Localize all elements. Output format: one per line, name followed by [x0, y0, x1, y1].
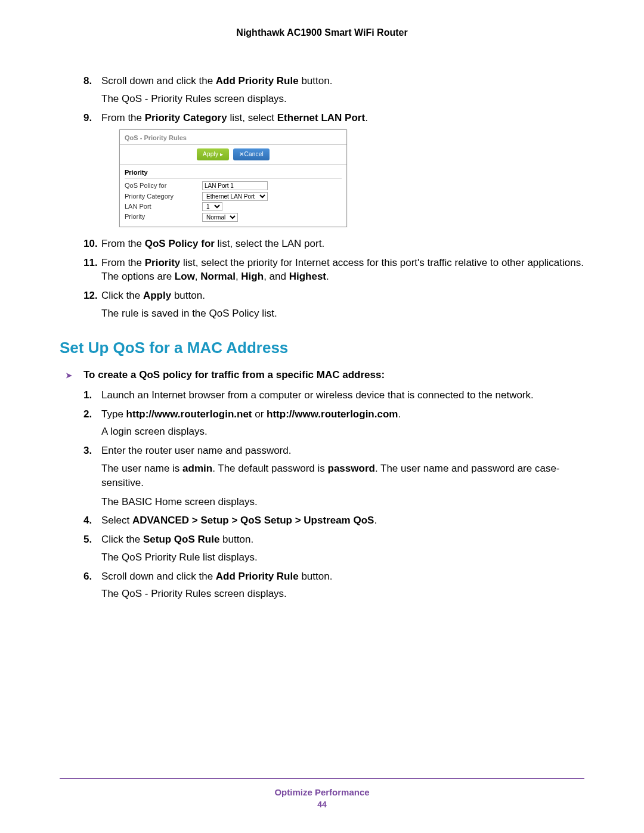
qos-rules-screenshot: QoS - Priority Rules Apply ▸ ✕Cancel Pri… — [119, 129, 347, 227]
footer-page-number: 44 — [60, 800, 584, 809]
step-followup: The QoS - Priority Rules screen displays… — [101, 92, 584, 106]
step-text: Scroll down and click the Add Priority R… — [101, 75, 332, 86]
qos-policy-input[interactable] — [202, 181, 268, 190]
step-text: Scroll down and click the Add Priority R… — [101, 571, 332, 582]
step-number: 11. — [83, 256, 98, 270]
arrow-icon: ➤ — [66, 371, 72, 380]
step-text: Select ADVANCED > Setup > QoS Setup > Up… — [101, 515, 377, 526]
step-number: 3. — [83, 444, 92, 458]
step-11: 11. From the Priority list, select the p… — [83, 256, 584, 284]
cancel-button[interactable]: ✕Cancel — [233, 148, 270, 160]
step-c6: 6. Scroll down and click the Add Priorit… — [83, 569, 584, 602]
step-text: From the Priority list, select the prior… — [101, 257, 584, 283]
qos-policy-row: QoS Policy for — [125, 181, 342, 190]
step-text: From the QoS Policy for list, select the… — [101, 238, 324, 249]
priority-category-label: Priority Category — [125, 192, 202, 201]
step-followup: The user name is admin. The default pass… — [101, 462, 584, 490]
step-c2: 2. Type http://www.routerlogin.net or ht… — [83, 407, 584, 439]
step-text: Click the Apply button. — [101, 290, 205, 301]
priority-select[interactable]: Normal — [202, 213, 238, 222]
step-c3: 3. Enter the router user name and passwo… — [83, 444, 584, 509]
step-followup: The QoS - Priority Rules screen displays… — [101, 587, 584, 601]
procedure-intro: ➤ To create a QoS policy for traffic fro… — [66, 369, 584, 381]
step-number: 9. — [83, 111, 92, 125]
footer-title: Optimize Performance — [60, 787, 584, 797]
step-followup: A login screen displays. — [101, 425, 584, 439]
step-text: From the Priority Category list, select … — [101, 112, 368, 123]
step-followup: The QoS Priority Rule list displays. — [101, 550, 584, 565]
step-8: 8. Scroll down and click the Add Priorit… — [83, 74, 584, 106]
lan-port-label: LAN Port — [125, 202, 202, 211]
step-followup-2: The BASIC Home screen displays. — [101, 495, 584, 509]
step-number: 1. — [83, 388, 92, 402]
steps-list-c: 1. Launch an Internet browser from a com… — [83, 388, 584, 602]
step-number: 8. — [83, 74, 92, 88]
priority-label: Priority — [125, 212, 202, 221]
priority-row: Priority Normal — [125, 212, 342, 221]
priority-category-select[interactable]: Ethernet LAN Port — [202, 192, 268, 201]
qos-panel-buttons: Apply ▸ ✕Cancel — [120, 145, 346, 165]
step-9: 9. From the Priority Category list, sele… — [83, 111, 584, 227]
step-number: 12. — [83, 289, 98, 303]
section-heading-qos-mac: Set Up QoS for a MAC Address — [60, 339, 584, 357]
qos-panel-title: QoS - Priority Rules — [120, 130, 346, 144]
step-text: Click the Setup QoS Rule button. — [101, 534, 253, 545]
step-number: 2. — [83, 407, 92, 422]
step-number: 6. — [83, 569, 92, 584]
step-text: Type http://www.routerlogin.net or http:… — [101, 408, 401, 420]
qos-policy-label: QoS Policy for — [125, 181, 202, 190]
lan-port-row: LAN Port 1 — [125, 202, 342, 211]
step-followup: The rule is saved in the QoS Policy list… — [101, 306, 584, 321]
step-number: 4. — [83, 513, 92, 528]
step-c4: 4. Select ADVANCED > Setup > QoS Setup >… — [83, 513, 584, 528]
priority-category-row: Priority Category Ethernet LAN Port — [125, 192, 342, 201]
step-10: 10. From the QoS Policy for list, select… — [83, 237, 584, 251]
page-footer: Optimize Performance 44 — [60, 778, 584, 809]
step-number: 5. — [83, 532, 92, 547]
step-c5: 5. Click the Setup QoS Rule button. The … — [83, 532, 584, 565]
step-12: 12. Click the Apply button. The rule is … — [83, 289, 584, 321]
page-header: Nighthawk AC1900 Smart WiFi Router — [60, 27, 584, 38]
step-text: Launch an Internet browser from a comput… — [101, 389, 534, 401]
steps-list-b: 10. From the QoS Policy for list, select… — [83, 237, 584, 321]
priority-section-heading: Priority — [125, 167, 342, 179]
apply-button[interactable]: Apply ▸ — [197, 148, 229, 160]
steps-list-a: 8. Scroll down and click the Add Priorit… — [83, 74, 584, 227]
lan-port-select[interactable]: 1 — [202, 202, 222, 211]
step-c1: 1. Launch an Internet browser from a com… — [83, 388, 584, 402]
step-number: 10. — [83, 237, 98, 251]
step-text: Enter the router user name and password. — [101, 445, 291, 456]
